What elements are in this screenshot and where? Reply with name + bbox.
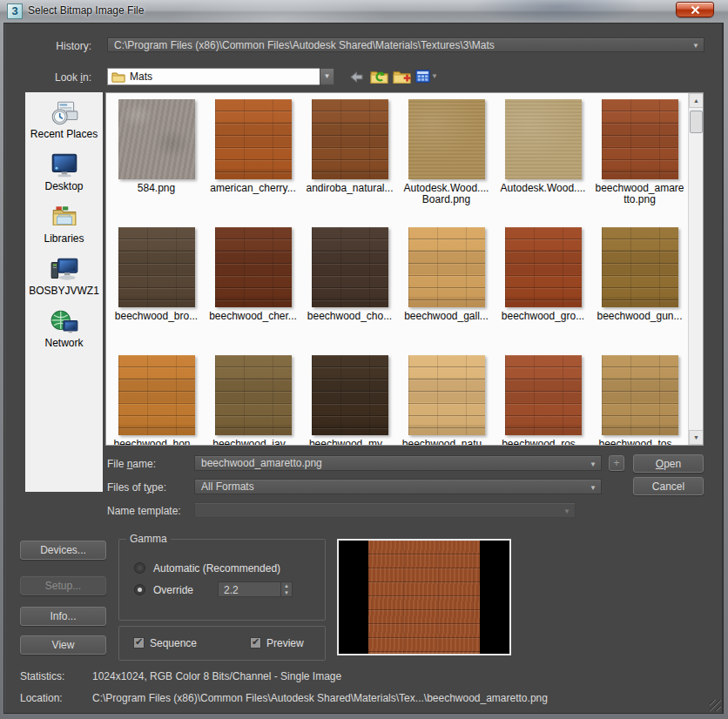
file-thumbnail[interactable] bbox=[602, 99, 678, 179]
add-button[interactable]: + bbox=[609, 455, 624, 471]
preview-label: Preview bbox=[266, 637, 304, 649]
resize-grip[interactable] bbox=[710, 700, 721, 711]
sidebar-item-network[interactable]: Network bbox=[25, 308, 103, 360]
file-thumbnail[interactable] bbox=[312, 355, 388, 435]
create-new-folder-button[interactable] bbox=[393, 69, 411, 84]
go-to-last-folder-button[interactable] bbox=[370, 69, 388, 84]
file-name-label: beechwood_amare tto.png bbox=[595, 183, 684, 205]
close-icon bbox=[691, 6, 700, 14]
file-item[interactable]: beechwood_my... bbox=[301, 355, 398, 446]
options-group: Sequence Preview bbox=[118, 626, 326, 661]
file-item[interactable]: american_cherry... bbox=[205, 99, 301, 227]
file-name-label: beechwood_cho... bbox=[307, 311, 392, 322]
file-item[interactable]: beechwood_gall... bbox=[398, 227, 495, 355]
file-thumbnail[interactable] bbox=[408, 355, 485, 435]
sequence-checkbox[interactable] bbox=[133, 637, 145, 648]
title-bar: 3 Select Bitmap Image File bbox=[0, 0, 728, 23]
gamma-override-radio[interactable] bbox=[134, 584, 145, 595]
look-in-combobox[interactable]: Mats bbox=[107, 68, 320, 85]
info-button[interactable]: Info... bbox=[20, 607, 106, 626]
file-item[interactable]: beechwood_tos... bbox=[591, 355, 688, 446]
file-item[interactable]: beechwood_gro... bbox=[495, 227, 591, 355]
files-of-type-combobox[interactable]: All Formats ▼ bbox=[194, 479, 602, 494]
file-thumbnail[interactable] bbox=[118, 355, 195, 435]
setup-button[interactable]: Setup... bbox=[20, 576, 106, 595]
file-item[interactable]: andiroba_natural... bbox=[301, 99, 398, 227]
cancel-button[interactable]: Cancel bbox=[633, 477, 704, 495]
preview-image bbox=[368, 541, 480, 654]
preview-checkbox[interactable] bbox=[250, 637, 261, 648]
vertical-scrollbar[interactable]: ▲ ▼ bbox=[688, 93, 703, 445]
file-item[interactable]: 584.png bbox=[108, 99, 205, 227]
file-thumbnail[interactable] bbox=[312, 99, 388, 179]
devices-button[interactable]: Devices... bbox=[20, 541, 106, 560]
file-thumbnail[interactable] bbox=[505, 227, 582, 307]
chevron-down-icon: ▼ bbox=[692, 42, 699, 50]
view-button[interactable]: View bbox=[20, 635, 106, 655]
file-name-label: 584.png bbox=[138, 183, 175, 194]
gamma-automatic-radio[interactable] bbox=[134, 562, 145, 574]
desktop-icon bbox=[49, 151, 80, 179]
file-name-label: beechwood_my... bbox=[309, 439, 390, 446]
dialog-window: 3 Select Bitmap Image File History: C:\P… bbox=[0, 0, 728, 719]
file-thumbnail[interactable] bbox=[118, 99, 195, 179]
scroll-down-button[interactable]: ▼ bbox=[689, 430, 704, 445]
file-item[interactable]: beechwood_gun... bbox=[591, 227, 688, 355]
file-thumbnail[interactable] bbox=[118, 227, 195, 307]
file-name-label: beechwood_gun... bbox=[597, 311, 682, 322]
file-item[interactable]: Autodesk.Wood.... bbox=[495, 99, 591, 227]
file-name-label: beechwood_bro... bbox=[115, 311, 198, 322]
sidebar-item-recent-places[interactable]: Recent Places bbox=[25, 99, 103, 151]
file-item[interactable]: beechwood_jav... bbox=[205, 355, 301, 446]
file-item[interactable]: beechwood_amare tto.png bbox=[591, 99, 688, 227]
file-thumbnail[interactable] bbox=[215, 355, 292, 435]
file-thumbnail[interactable] bbox=[215, 227, 292, 307]
gamma-value: 2.2 bbox=[224, 584, 239, 596]
close-button[interactable] bbox=[676, 2, 714, 17]
file-item[interactable]: beechwood_cho... bbox=[301, 227, 398, 355]
scroll-up-button[interactable]: ▲ bbox=[689, 93, 704, 108]
app-icon-glyph: 3 bbox=[11, 4, 17, 17]
libraries-icon bbox=[49, 204, 80, 232]
sidebar-item-libraries[interactable]: Libraries bbox=[25, 204, 103, 256]
file-thumbnail[interactable] bbox=[505, 99, 582, 179]
name-template-combobox[interactable]: ▼ bbox=[194, 502, 576, 518]
file-item[interactable]: beechwood_hon... bbox=[108, 355, 205, 446]
location-label: Location: bbox=[20, 692, 63, 704]
file-thumbnail[interactable] bbox=[215, 99, 292, 179]
sidebar-item-desktop[interactable]: Desktop bbox=[25, 151, 103, 204]
file-name-label: beechwood_hon... bbox=[113, 439, 199, 446]
file-item[interactable]: beechwood_natu... bbox=[398, 355, 495, 446]
chevron-down-icon: ▼ bbox=[590, 484, 597, 492]
go-to-last-folder-icon bbox=[370, 69, 388, 84]
file-thumbnail[interactable] bbox=[408, 227, 485, 307]
file-item[interactable]: Autodesk.Wood.... Board.png bbox=[398, 99, 495, 227]
sidebar-item-label: Libraries bbox=[44, 232, 84, 245]
sidebar-item-computer[interactable]: BOSBYJVWZ1 bbox=[25, 256, 103, 308]
places-bar: Recent Places Desktop bbox=[25, 92, 103, 492]
file-thumbnail[interactable] bbox=[408, 99, 485, 179]
file-thumbnail[interactable] bbox=[602, 227, 678, 307]
file-item[interactable]: beechwood_ros... bbox=[495, 355, 591, 446]
open-button[interactable]: Open bbox=[633, 454, 704, 473]
back-button[interactable] bbox=[349, 71, 364, 84]
spinner-down-icon[interactable]: ▼ bbox=[281, 589, 292, 596]
history-combobox[interactable]: C:\Program Files (x86)\Common Files\Auto… bbox=[107, 37, 704, 52]
file-item[interactable]: beechwood_cher... bbox=[205, 227, 301, 355]
file-name-label: beechwood_gall... bbox=[404, 311, 489, 322]
sidebar-item-label: BOSBYJVWZ1 bbox=[29, 285, 99, 297]
3dsmax-app-icon: 3 bbox=[7, 3, 23, 19]
look-in-dropdown-button[interactable]: ▼ bbox=[320, 68, 334, 85]
file-thumbnail[interactable] bbox=[505, 355, 582, 435]
gamma-override-spinner[interactable]: 2.2 ▲ ▼ bbox=[218, 581, 293, 597]
view-menu-button[interactable]: ▼ bbox=[415, 70, 438, 83]
file-name-label: american_cherry... bbox=[210, 183, 295, 194]
dialog-body: History: C:\Program Files (x86)\Common F… bbox=[3, 23, 724, 714]
file-name-combobox[interactable]: beechwood_amaretto.png ▼ bbox=[194, 455, 602, 471]
spinner-up-icon[interactable]: ▲ bbox=[281, 582, 292, 589]
file-thumbnail[interactable] bbox=[312, 227, 388, 307]
file-item[interactable]: beechwood_bro... bbox=[108, 227, 205, 355]
file-thumbnail[interactable] bbox=[602, 355, 678, 435]
gamma-group: Gamma Automatic (Recommended) Override 2… bbox=[118, 539, 326, 621]
scrollbar-thumb[interactable] bbox=[690, 111, 703, 133]
